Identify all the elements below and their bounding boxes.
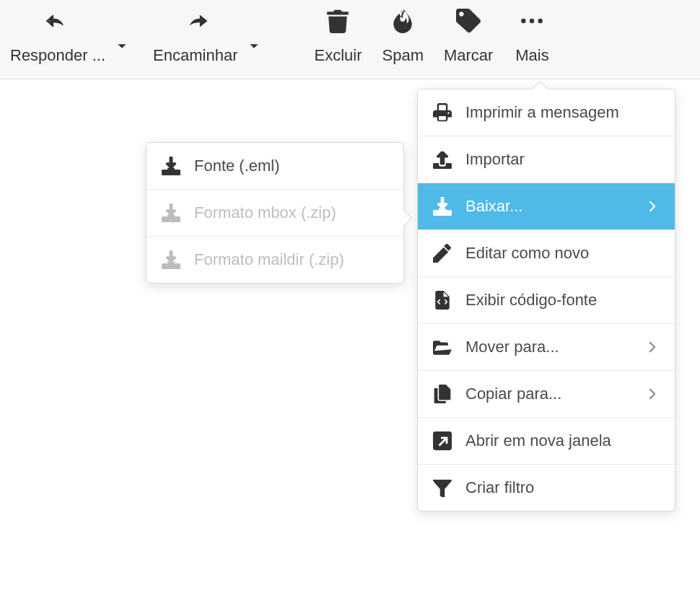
- submenu-eml[interactable]: Fonte (.eml): [146, 143, 403, 190]
- menu-print[interactable]: Imprimir a mensagem: [418, 89, 675, 136]
- toolbar: Responder ... Encaminhar Excluir Spam: [0, 0, 700, 79]
- forward-label: Encaminhar: [153, 46, 237, 65]
- chevron-right-icon: [647, 198, 660, 214]
- reply-dropdown-caret[interactable]: [115, 41, 128, 51]
- svg-point-2: [538, 19, 543, 23]
- menu-open-new-window-label: Abrir em nova janela: [465, 431, 660, 450]
- submenu-maildir-label: Formato maildir (.zip): [194, 250, 389, 269]
- print-icon: [432, 102, 452, 123]
- menu-open-new-window[interactable]: Abrir em nova janela: [418, 418, 675, 465]
- download-icon: [432, 196, 452, 216]
- reply-button[interactable]: Responder ...: [0, 9, 115, 75]
- spam-button[interactable]: Spam: [372, 9, 433, 75]
- submenu-mbox: Formato mbox (.zip): [146, 190, 403, 237]
- pencil-icon: [432, 243, 452, 263]
- menu-copy-to-label: Copiar para...: [465, 385, 634, 403]
- flame-icon: [390, 9, 415, 38]
- spam-label: Spam: [382, 46, 423, 65]
- chevron-right-icon: [647, 386, 660, 402]
- svg-point-0: [522, 19, 526, 23]
- menu-move-to-label: Mover para...: [465, 338, 634, 356]
- menu-download-label: Baixar...: [465, 197, 634, 216]
- download-icon: [161, 156, 181, 176]
- menu-import[interactable]: Importar: [418, 136, 675, 183]
- upload-icon: [432, 149, 452, 170]
- download-submenu: Fonte (.eml) Formato mbox (.zip) Formato…: [146, 142, 404, 284]
- menu-view-source-label: Exibir código-fonte: [465, 291, 660, 310]
- filter-icon: [432, 478, 452, 498]
- delete-label: Excluir: [314, 46, 362, 65]
- copy-icon: [432, 384, 452, 404]
- menu-print-label: Imprimir a mensagem: [465, 103, 660, 122]
- more-menu: Imprimir a mensagem Importar Baixar... E…: [417, 89, 675, 512]
- svg-point-1: [530, 19, 534, 23]
- menu-edit-new[interactable]: Editar como novo: [418, 230, 675, 277]
- menu-create-filter[interactable]: Criar filtro: [418, 465, 675, 511]
- trash-icon: [325, 9, 350, 38]
- forward-dropdown-caret[interactable]: [248, 41, 261, 51]
- mark-button[interactable]: Marcar: [434, 9, 503, 75]
- download-icon: [161, 203, 181, 223]
- tag-icon: [456, 9, 481, 38]
- reply-all-icon: [45, 9, 70, 38]
- more-label: Mais: [515, 46, 548, 65]
- mark-label: Marcar: [444, 46, 493, 65]
- menu-create-filter-label: Criar filtro: [465, 478, 660, 497]
- menu-download[interactable]: Baixar...: [418, 183, 675, 230]
- file-code-icon: [432, 290, 452, 310]
- more-button[interactable]: Mais: [503, 9, 561, 75]
- menu-view-source[interactable]: Exibir código-fonte: [418, 277, 675, 324]
- delete-button[interactable]: Excluir: [304, 9, 372, 75]
- reply-label: Responder ...: [10, 46, 105, 65]
- forward-icon: [183, 9, 208, 38]
- submenu-mbox-label: Formato mbox (.zip): [194, 203, 389, 222]
- menu-import-label: Importar: [465, 150, 660, 169]
- ellipsis-icon: [520, 9, 544, 38]
- submenu-eml-label: Fonte (.eml): [194, 157, 389, 175]
- download-icon: [161, 250, 181, 270]
- forward-button[interactable]: Encaminhar: [143, 9, 248, 75]
- menu-move-to[interactable]: Mover para...: [418, 324, 675, 371]
- external-link-icon: [432, 431, 452, 451]
- menu-copy-to[interactable]: Copiar para...: [418, 371, 675, 418]
- chevron-right-icon: [647, 339, 660, 355]
- folder-open-icon: [432, 337, 452, 357]
- submenu-maildir: Formato maildir (.zip): [146, 237, 403, 283]
- menu-edit-new-label: Editar como novo: [465, 244, 660, 263]
